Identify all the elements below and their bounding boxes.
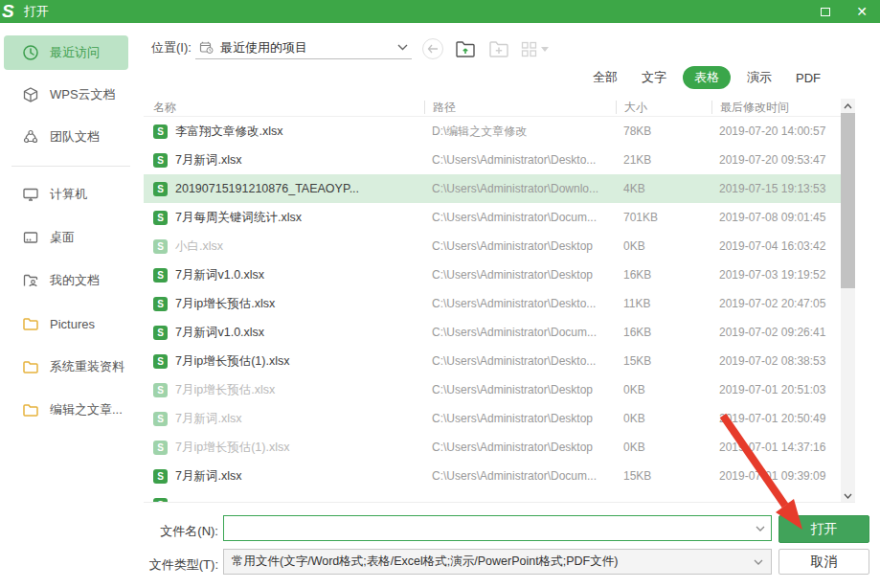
folder-up-button[interactable] (454, 38, 477, 59)
file-modified: 2019-07-01 14:37:16 (711, 441, 841, 454)
file-size: 15KB (616, 469, 711, 483)
back-button[interactable] (422, 38, 443, 59)
file-size: 701KB (616, 211, 711, 224)
file-path: D:\编辑之文章修改 (424, 124, 616, 140)
file-name: 7月新词.xlsx (175, 468, 241, 485)
table-row-partial[interactable]: S (144, 490, 841, 503)
vertical-scrollbar[interactable] (841, 99, 855, 503)
file-modified: 2019-07-15 19:13:53 (711, 182, 841, 195)
table-row[interactable]: S7月ip增长预估.xlsx C:\Users\Administrator\De… (144, 289, 841, 318)
folder-icon (21, 401, 39, 419)
scrollbar-thumb[interactable] (841, 113, 855, 288)
file-size: 11KB (616, 297, 711, 310)
file-path: C:\Users\Administrator\Desktop (424, 268, 616, 282)
file-name: 李富翔文章修改.xlsx (175, 124, 283, 140)
view-mode-button[interactable] (521, 41, 549, 57)
file-name: 7月ip增长预估(1).xlsx (175, 353, 289, 370)
column-header-size[interactable]: 大小 (616, 101, 711, 114)
file-path: C:\Users\Administrator\Deskto... (424, 297, 616, 310)
file-modified: 2019-07-01 09:39:09 (711, 469, 841, 483)
titlebar: S 打开 ✕ (0, 0, 880, 23)
scroll-down-icon[interactable] (841, 488, 855, 503)
file-path: C:\Users\Administrator\Desktop (424, 239, 616, 253)
tab-pdf[interactable]: PDF (796, 71, 821, 85)
sidebar-item-computer[interactable]: 计算机 (0, 183, 144, 206)
table-row[interactable]: S7月新词v1.0.xlsx C:\Users\Administrator\Do… (144, 318, 841, 347)
tab-all[interactable]: 全部 (593, 69, 618, 86)
file-modified: 2019-07-08 09:01:45 (711, 211, 841, 224)
maximize-button[interactable] (807, 0, 844, 23)
file-name: 7月ip增长预估.xlsx (175, 296, 275, 312)
file-modified: 2019-07-04 16:03:42 (711, 239, 841, 253)
file-path: C:\Users\Administrator\Desktop (424, 412, 616, 425)
file-path: C:\Users\Administrator\Docum... (424, 211, 616, 224)
file-size: 0KB (616, 441, 711, 454)
tab-spreadsheet[interactable]: 表格 (683, 66, 731, 89)
cloud-docs-cube-icon (21, 86, 39, 104)
sidebar-item-system-reinstall[interactable]: 系统重装资料 (0, 355, 144, 378)
cancel-button[interactable]: 取消 (778, 549, 869, 575)
sidebar-item-recent[interactable]: 最近访问 (4, 35, 128, 70)
column-header-path[interactable]: 路径 (424, 101, 616, 114)
location-value: 最近使用的项目 (220, 39, 307, 57)
file-name: 7月ip增长预估.xlsx (175, 382, 275, 398)
sidebar-item-edit-articles[interactable]: 编辑之文章... (0, 398, 144, 421)
file-name: 7月每周关键词统计.xlsx (175, 210, 302, 226)
spreadsheet-file-icon: S (153, 441, 168, 455)
file-modified: 2019-07-01 20:50:49 (711, 412, 841, 425)
chevron-down-icon[interactable] (756, 526, 771, 531)
file-size: 4KB (616, 182, 711, 195)
filename-input[interactable] (224, 516, 756, 540)
scroll-up-icon[interactable] (841, 99, 855, 113)
wps-logo: S (2, 0, 14, 23)
file-name: 7月新词v1.0.xlsx (175, 267, 264, 283)
file-path: C:\Users\Administrator\Docum... (424, 469, 616, 483)
column-header-modified[interactable]: 最后修改时间 (711, 101, 841, 114)
sidebar-item-label: 我的文档 (50, 272, 100, 289)
sidebar-divider (11, 166, 130, 167)
table-row[interactable]: S李富翔文章修改.xlsx D:\编辑之文章修改 78KB 2019-07-20… (144, 117, 841, 146)
sidebar-item-pictures[interactable]: Pictures (0, 312, 144, 335)
column-header-name[interactable]: 名称 (153, 100, 424, 116)
file-modified: 2019-07-20 09:53:47 (711, 153, 841, 167)
spreadsheet-file-icon: S (153, 124, 168, 139)
table-row[interactable]: S7月新词v1.0.xlsx C:\Users\Administrator\De… (144, 260, 841, 289)
file-name: 小白.xlsx (175, 238, 223, 255)
window-title: 打开 (24, 3, 49, 20)
new-folder-button[interactable] (487, 38, 510, 59)
desktop-icon (21, 229, 39, 247)
maximize-icon (821, 8, 830, 16)
filename-label: 文件名(N): (142, 523, 218, 540)
filetype-dropdown[interactable]: 常用文件(文字/Word格式;表格/Excel格式;演示/PowerPoint格… (223, 549, 772, 575)
file-name: 7月新词.xlsx (175, 152, 241, 169)
computer-icon (21, 186, 39, 204)
table-row[interactable]: S7月新词.xlsx C:\Users\Administrator\Deskto… (144, 404, 841, 433)
table-row[interactable]: S7月ip增长预估(1).xlsx C:\Users\Administrator… (144, 347, 841, 375)
table-row[interactable]: S7月新词.xlsx C:\Users\Administrator\Docum.… (144, 462, 841, 490)
table-row[interactable]: S7月每周关键词统计.xlsx C:\Users\Administrator\D… (144, 203, 841, 232)
filetype-label: 文件类型(T): (142, 556, 218, 574)
table-row[interactable]: S7月新词.xlsx C:\Users\Administrator\Deskto… (144, 146, 841, 174)
sidebar-item-desktop[interactable]: 桌面 (0, 226, 144, 249)
sidebar-item-team-docs[interactable]: 团队文档 (0, 125, 144, 148)
location-dropdown[interactable]: 最近使用的项目 (195, 36, 412, 59)
table-row[interactable]: S7月ip增长预估(1).xlsx C:\Users\Administrator… (144, 433, 841, 462)
spreadsheet-file-icon: S (153, 297, 168, 311)
open-button[interactable]: 打开 (778, 515, 869, 543)
close-button[interactable]: ✕ (844, 0, 880, 23)
sidebar-item-label: WPS云文档 (50, 86, 116, 103)
sidebar-item-my-documents[interactable]: 我的文档 (0, 269, 144, 292)
table-row[interactable]: S7月ip增长预估.xlsx C:\Users\Administrator\De… (144, 375, 841, 404)
spreadsheet-file-icon: S (153, 498, 168, 504)
tab-presentation[interactable]: 演示 (747, 69, 772, 86)
file-modified: 2019-07-20 14:00:57 (711, 124, 841, 138)
table-row-selected[interactable]: S20190715191210876_TAEAOYP... C:\Users\A… (144, 174, 841, 203)
table-row[interactable]: S小白.xlsx C:\Users\Administrator\Desktop … (144, 232, 841, 260)
tab-writer[interactable]: 文字 (642, 69, 666, 86)
sidebar-item-wps-cloud[interactable]: WPS云文档 (0, 83, 144, 106)
file-modified: 2019-07-01 20:51:03 (711, 383, 841, 396)
file-size: 16KB (616, 326, 711, 339)
file-path: C:\Users\Administrator\Deskto... (424, 153, 616, 167)
file-name: 7月ip增长预估(1).xlsx (175, 440, 289, 456)
folder-icon (21, 358, 39, 376)
